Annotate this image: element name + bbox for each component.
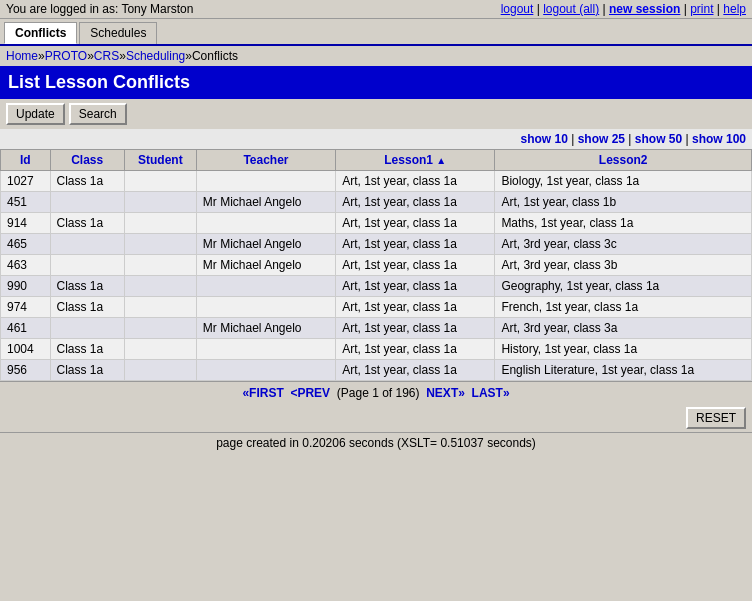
cell-lesson1: Art, 1st year, class 1a <box>336 234 495 255</box>
breadcrumb-home[interactable]: Home <box>6 49 38 63</box>
top-links: logout | logout (all) | new session | pr… <box>501 2 746 16</box>
lesson1-sort-indicator: ▲ <box>436 155 446 166</box>
update-button[interactable]: Update <box>6 103 65 125</box>
table-row: 990Class 1aArt, 1st year, class 1aGeogra… <box>1 276 752 297</box>
sort-id[interactable]: Id <box>20 153 31 167</box>
table-row: 974Class 1aArt, 1st year, class 1aFrench… <box>1 297 752 318</box>
cell-student <box>124 213 196 234</box>
cell-lesson2: French, 1st year, class 1a <box>495 297 752 318</box>
cell-teacher: Mr Michael Angelo <box>196 234 335 255</box>
show-50-link[interactable]: show 50 <box>635 132 682 146</box>
breadcrumb-current: Conflicts <box>192 49 238 63</box>
page-header-text: List Lesson Conflicts <box>8 72 190 92</box>
cell-lesson1: Art, 1st year, class 1a <box>336 276 495 297</box>
show-bar: Id show 10 | show 25 | show 50 | show 10… <box>0 129 752 149</box>
cell-teacher: Mr Michael Angelo <box>196 255 335 276</box>
cell-lesson1: Art, 1st year, class 1a <box>336 297 495 318</box>
table-row: 1027Class 1aArt, 1st year, class 1aBiolo… <box>1 171 752 192</box>
cell-class: Class 1a <box>50 213 124 234</box>
cell-id: 956 <box>1 360 51 381</box>
col-header-lesson2: Lesson2 <box>495 150 752 171</box>
cell-lesson1: Art, 1st year, class 1a <box>336 192 495 213</box>
tabs: Conflicts Schedules <box>0 19 752 46</box>
breadcrumb-crs[interactable]: CRS <box>94 49 119 63</box>
new-session-link[interactable]: new session <box>609 2 680 16</box>
cell-id: 461 <box>1 318 51 339</box>
reset-button[interactable]: RESET <box>686 407 746 429</box>
page-info: (Page 1 of 196) <box>337 386 420 400</box>
breadcrumb-proto[interactable]: PROTO <box>45 49 87 63</box>
cell-id: 463 <box>1 255 51 276</box>
col-header-teacher: Teacher <box>196 150 335 171</box>
reset-bar: RESET <box>0 404 752 432</box>
cell-class <box>50 255 124 276</box>
show-10-link[interactable]: show 10 <box>521 132 568 146</box>
cell-class: Class 1a <box>50 339 124 360</box>
col-header-class: Class <box>50 150 124 171</box>
sort-student[interactable]: Student <box>138 153 183 167</box>
prev-page-link[interactable]: <PREV <box>290 386 330 400</box>
print-link[interactable]: print <box>690 2 713 16</box>
help-link[interactable]: help <box>723 2 746 16</box>
cell-lesson2: Biology, 1st year, class 1a <box>495 171 752 192</box>
cell-lesson1: Art, 1st year, class 1a <box>336 171 495 192</box>
sort-lesson1[interactable]: Lesson1 ▲ <box>384 153 446 167</box>
cell-id: 1027 <box>1 171 51 192</box>
cell-lesson1: Art, 1st year, class 1a <box>336 255 495 276</box>
sort-lesson2[interactable]: Lesson2 <box>599 153 648 167</box>
toolbar: Update Search <box>0 99 752 129</box>
cell-id: 974 <box>1 297 51 318</box>
first-page-link[interactable]: «FIRST <box>242 386 283 400</box>
conflicts-table: Id Class Student Teacher Lesson1 ▲ Lesso… <box>0 149 752 381</box>
cell-class: Class 1a <box>50 297 124 318</box>
table-row: 956Class 1aArt, 1st year, class 1aEnglis… <box>1 360 752 381</box>
cell-student <box>124 276 196 297</box>
breadcrumb-scheduling[interactable]: Scheduling <box>126 49 185 63</box>
show-25-link[interactable]: show 25 <box>578 132 625 146</box>
cell-student <box>124 297 196 318</box>
sort-class[interactable]: Class <box>71 153 103 167</box>
cell-id: 1004 <box>1 339 51 360</box>
cell-lesson1: Art, 1st year, class 1a <box>336 339 495 360</box>
cell-teacher <box>196 171 335 192</box>
table-row: 461Mr Michael AngeloArt, 1st year, class… <box>1 318 752 339</box>
pagination: «FIRST <PREV (Page 1 of 196) NEXT» LAST» <box>0 381 752 404</box>
footer-text: page created in 0.20206 seconds (XSLT= 0… <box>216 436 536 450</box>
table-row: 914Class 1aArt, 1st year, class 1aMaths,… <box>1 213 752 234</box>
table-row: 463Mr Michael AngeloArt, 1st year, class… <box>1 255 752 276</box>
cell-teacher <box>196 339 335 360</box>
logged-in-user: You are logged in as: Tony Marston <box>6 2 193 16</box>
cell-class: Class 1a <box>50 171 124 192</box>
cell-student <box>124 339 196 360</box>
cell-id: 451 <box>1 192 51 213</box>
search-button[interactable]: Search <box>69 103 127 125</box>
logout-all-link[interactable]: logout (all) <box>543 2 599 16</box>
cell-class: Class 1a <box>50 360 124 381</box>
cell-student <box>124 234 196 255</box>
logout-link[interactable]: logout <box>501 2 534 16</box>
cell-class <box>50 192 124 213</box>
cell-teacher: Mr Michael Angelo <box>196 192 335 213</box>
last-page-link[interactable]: LAST» <box>472 386 510 400</box>
next-page-link[interactable]: NEXT» <box>426 386 465 400</box>
footer: page created in 0.20206 seconds (XSLT= 0… <box>0 432 752 453</box>
cell-id: 914 <box>1 213 51 234</box>
cell-lesson2: Art, 3rd year, class 3c <box>495 234 752 255</box>
col-header-id: Id <box>1 150 51 171</box>
cell-teacher <box>196 276 335 297</box>
cell-class: Class 1a <box>50 276 124 297</box>
cell-teacher: Mr Michael Angelo <box>196 318 335 339</box>
cell-lesson2: Geography, 1st year, class 1a <box>495 276 752 297</box>
table-row: 465Mr Michael AngeloArt, 1st year, class… <box>1 234 752 255</box>
col-header-student: Student <box>124 150 196 171</box>
cell-student <box>124 255 196 276</box>
cell-lesson1: Art, 1st year, class 1a <box>336 213 495 234</box>
show-100-link[interactable]: show 100 <box>692 132 746 146</box>
table-header-row: Id Class Student Teacher Lesson1 ▲ Lesso… <box>1 150 752 171</box>
cell-teacher <box>196 213 335 234</box>
tab-schedules[interactable]: Schedules <box>79 22 157 44</box>
cell-lesson1: Art, 1st year, class 1a <box>336 318 495 339</box>
col-header-lesson1: Lesson1 ▲ <box>336 150 495 171</box>
sort-teacher[interactable]: Teacher <box>243 153 288 167</box>
tab-conflicts[interactable]: Conflicts <box>4 22 77 44</box>
